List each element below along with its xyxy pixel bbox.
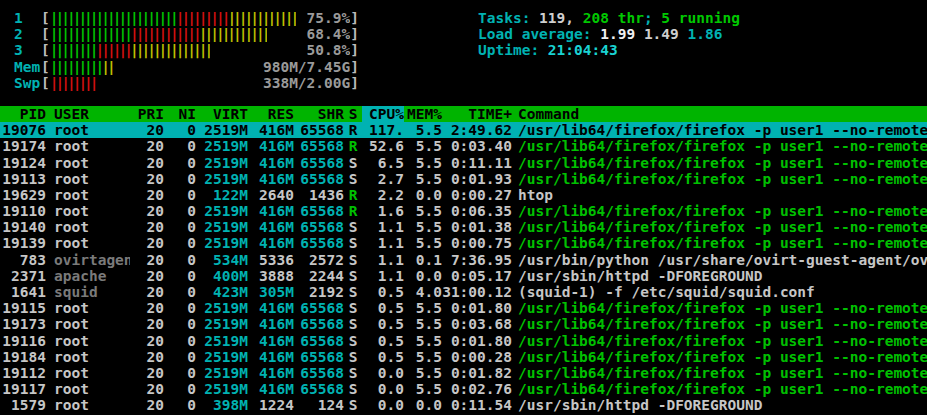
cell-res: 416M	[248, 171, 294, 187]
table-row[interactable]: 19113root2002519M416M65568S2.75.50:01.93…	[0, 171, 927, 187]
cell-command: /usr/bin/python /usr/share/ovirt-guest-a…	[512, 252, 927, 268]
column-header-user[interactable]: USER	[46, 106, 130, 122]
cell-cpu: 0.0	[362, 397, 404, 413]
table-row[interactable]: 19629root200122M26401436R2.20.00:00.27ht…	[0, 187, 927, 203]
meter-bar: ||||||||||||||||||||||||||||	[50, 42, 210, 58]
cell-command: /usr/lib64/firefox/firefox -p user1 --no…	[512, 381, 927, 397]
cell-user: root	[46, 365, 130, 381]
cell-user: root	[46, 235, 130, 251]
column-header-shr[interactable]: SHR	[294, 106, 344, 122]
table-row[interactable]: 19117root2002519M416M65568S0.05.50:02.76…	[0, 381, 927, 397]
cell-s: S	[344, 365, 362, 381]
cell-pid: 19173	[0, 316, 46, 332]
cell-pid: 19116	[0, 333, 46, 349]
cell-cpu: 0.5	[362, 333, 404, 349]
cell-s: S	[344, 155, 362, 171]
header-area: 1[||||||||||||||||||||||||||||||||||||||…	[0, 0, 927, 91]
table-row[interactable]: 19140root2002519M416M65568S1.15.50:01.38…	[0, 219, 927, 235]
column-header-state[interactable]: S	[344, 106, 362, 122]
cell-res: 416M	[248, 219, 294, 235]
column-header-pid[interactable]: PID	[0, 106, 46, 122]
column-header-virt[interactable]: VIRT	[196, 106, 248, 122]
cell-shr: 65568	[294, 138, 344, 154]
meter-segment: ||||||||||||	[130, 26, 199, 42]
cell-mem: 5.5	[404, 122, 442, 138]
cell-virt: 2519M	[196, 219, 248, 235]
uptime-text: 21:04:43	[548, 42, 618, 58]
cell-pri: 20	[130, 138, 164, 154]
cell-cpu: 1.1	[362, 235, 404, 251]
cell-cpu: 0.5	[362, 349, 404, 365]
cell-s: R	[344, 203, 362, 219]
cell-res: 416M	[248, 365, 294, 381]
cell-s: S	[344, 333, 362, 349]
cell-mem: 5.5	[404, 349, 442, 365]
table-row[interactable]: 19124root2002519M416M65568S6.55.50:11.11…	[0, 155, 927, 171]
table-row[interactable]: 19112root2002519M416M65568S0.05.50:01.82…	[0, 365, 927, 381]
cell-shr: 2572	[294, 252, 344, 268]
cell-virt: 2519M	[196, 300, 248, 316]
cell-cpu: 0.0	[362, 365, 404, 381]
meters-panel: 1[||||||||||||||||||||||||||||||||||||||…	[14, 10, 359, 91]
table-row[interactable]: 19173root2002519M416M65568S0.55.50:03.68…	[0, 316, 927, 332]
meter-segment: ||||||||||||||	[50, 26, 130, 42]
table-row[interactable]: 19115root2002519M416M65568S0.55.50:01.80…	[0, 300, 927, 316]
table-row[interactable]: 19174root2002519M416M65568R52.65.50:03.4…	[0, 138, 927, 154]
column-header-res[interactable]: RES	[248, 106, 294, 122]
cell-cpu: 0.5	[362, 284, 404, 300]
cell-pri: 20	[130, 284, 164, 300]
cell-command: /usr/lib64/firefox/firefox -p user1 --no…	[512, 300, 927, 316]
cell-pid: 19140	[0, 219, 46, 235]
cell-ni: 0	[164, 316, 196, 332]
cpu-1-meter: 1[||||||||||||||||||||||||||||||||||||||…	[14, 10, 359, 26]
meter-segment: ||	[101, 59, 112, 75]
table-row[interactable]: 19110root2002519M416M65568R1.65.50:06.35…	[0, 203, 927, 219]
cell-time: 0:00.27	[442, 187, 512, 203]
table-header-row: PID USER PRI NI VIRT RES SHR S CPU% MEM%…	[0, 106, 927, 122]
cell-time: 2:49.62	[442, 122, 512, 138]
cell-pid: 19113	[0, 171, 46, 187]
table-row[interactable]: 1641squid200423M305M2192S0.54.031:00.12(…	[0, 284, 927, 300]
table-row[interactable]: 19139root2002519M416M65568S1.15.50:00.75…	[0, 235, 927, 251]
cell-res: 416M	[248, 300, 294, 316]
cell-pid: 19184	[0, 349, 46, 365]
cell-user: root	[46, 381, 130, 397]
cell-ni: 0	[164, 365, 196, 381]
table-row[interactable]: 19116root2002519M416M65568S0.55.50:01.80…	[0, 333, 927, 349]
cell-pri: 20	[130, 300, 164, 316]
cell-s: S	[344, 219, 362, 235]
table-row[interactable]: 2371apache200400M38882244S1.10.00:05.17/…	[0, 268, 927, 284]
cell-time: 0:01.93	[442, 171, 512, 187]
cell-res: 416M	[248, 349, 294, 365]
cell-user: apache	[46, 268, 130, 284]
cell-user: root	[46, 219, 130, 235]
cell-user: root	[46, 300, 130, 316]
cell-ni: 0	[164, 187, 196, 203]
column-header-pri[interactable]: PRI	[130, 106, 164, 122]
table-row[interactable]: 783ovirtagen200534M53362572S1.10.17:36.9…	[0, 252, 927, 268]
cell-user: root	[46, 316, 130, 332]
cell-shr: 65568	[294, 203, 344, 219]
column-header-time[interactable]: TIME+	[442, 106, 512, 122]
cell-virt: 2519M	[196, 203, 248, 219]
column-header-mem[interactable]: MEM%	[404, 106, 442, 122]
cell-pri: 20	[130, 235, 164, 251]
cell-cpu: 0.5	[362, 300, 404, 316]
column-header-cpu-sort[interactable]: CPU%	[362, 106, 404, 122]
tasks-summary-text: 208 thr	[583, 10, 644, 26]
cell-pid: 19110	[0, 203, 46, 219]
cell-ni: 0	[164, 235, 196, 251]
cell-res: 3888	[248, 268, 294, 284]
cell-virt: 2519M	[196, 349, 248, 365]
cell-time: 0:01.38	[442, 219, 512, 235]
column-header-command[interactable]: Command	[512, 106, 927, 122]
table-row-selected[interactable]: 19076root2002519M416M65568R117.5.52:49.6…	[0, 122, 927, 138]
cell-command: (squid-1) -f /etc/squid/squid.conf	[512, 284, 927, 300]
meter-segment: |||||||||	[50, 59, 102, 75]
table-row[interactable]: 1579root200398M1224124S0.00.00:11.54/usr…	[0, 397, 927, 413]
table-row[interactable]: 19184root2002519M416M65568S0.55.50:00.28…	[0, 349, 927, 365]
cell-time: 0:06.35	[442, 203, 512, 219]
column-header-ni[interactable]: NI	[164, 106, 196, 122]
cell-cpu: 117.	[362, 122, 404, 138]
cell-virt: 423M	[196, 284, 248, 300]
